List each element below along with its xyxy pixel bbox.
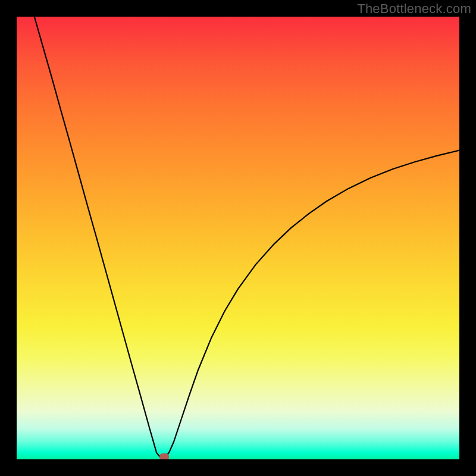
watermark: TheBottleneck.com [357, 1, 471, 17]
chart-plot-area [17, 17, 459, 459]
bottleneck-curve [35, 17, 459, 459]
minimum-marker [159, 453, 169, 459]
chart-curve-layer [17, 17, 459, 459]
